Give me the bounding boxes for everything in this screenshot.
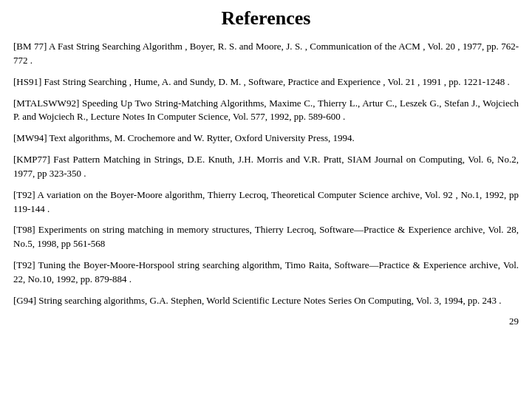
list-item: [T92] A variation on the Boyer-Moore alg… [13,188,519,216]
list-item: [KMP77] Fast Pattern Matching in Strings… [13,153,519,181]
list-item: [G94] String searching algorithms, G.A. … [13,294,519,308]
page-title: References [13,7,519,30]
list-item: [BM 77] A Fast String Searching Algorith… [13,40,519,68]
list-item: [T98] Experiments on string matching in … [13,223,519,251]
page-number: 29 [13,316,519,327]
list-item: [T92] Tuning the Boyer-Moore-Horspool st… [13,259,519,287]
list-item: [MW94] Text algorithms, M. Crochemore an… [13,132,519,146]
list-item: [HS91] Fast String Searching , Hume, A. … [13,75,519,89]
references-list: [BM 77] A Fast String Searching Algorith… [13,40,519,308]
list-item: [MTALSWW92] Speeding Up Two String-Match… [13,97,519,125]
